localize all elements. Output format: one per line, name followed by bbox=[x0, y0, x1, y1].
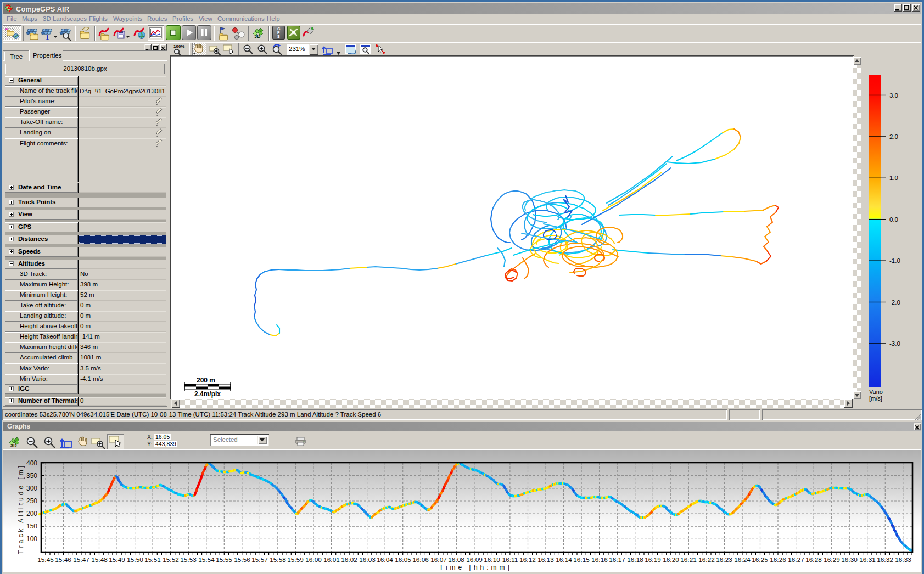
svg-text:16:29: 16:29 bbox=[824, 556, 840, 564]
svg-text:150: 150 bbox=[26, 522, 37, 530]
svg-text:-3.0: -3.0 bbox=[889, 340, 900, 347]
svg-text:15:57: 15:57 bbox=[251, 556, 268, 564]
svg-text:0.0: 0.0 bbox=[889, 216, 898, 223]
svg-text:15:58: 15:58 bbox=[270, 556, 286, 564]
svg-text:16:08: 16:08 bbox=[448, 556, 464, 564]
svg-text:16:19: 16:19 bbox=[645, 556, 661, 564]
svg-text:15:45: 15:45 bbox=[37, 556, 54, 564]
svg-text:200: 200 bbox=[26, 510, 37, 517]
svg-text:15:50: 15:50 bbox=[127, 556, 143, 564]
svg-text:400: 400 bbox=[26, 459, 37, 467]
svg-text:16:33: 16:33 bbox=[895, 556, 911, 564]
svg-text:16:11: 16:11 bbox=[502, 556, 518, 564]
svg-text:16:00: 16:00 bbox=[305, 556, 322, 564]
svg-text:100: 100 bbox=[26, 535, 37, 543]
svg-text:350: 350 bbox=[26, 472, 37, 480]
svg-text:2.4m/pix: 2.4m/pix bbox=[194, 390, 221, 398]
svg-text:16:18: 16:18 bbox=[627, 556, 643, 564]
svg-text:16:07: 16:07 bbox=[430, 556, 447, 564]
svg-text:16:12: 16:12 bbox=[519, 556, 536, 564]
svg-text:Time [hh:mm]: Time [hh:mm] bbox=[439, 564, 512, 571]
svg-text:15:59: 15:59 bbox=[287, 556, 304, 564]
svg-text:16:20: 16:20 bbox=[663, 556, 679, 564]
svg-text:15:47: 15:47 bbox=[73, 556, 89, 564]
svg-text:16:01: 16:01 bbox=[323, 556, 340, 564]
svg-text:3D: 3D bbox=[254, 33, 261, 38]
svg-text:16:26: 16:26 bbox=[770, 556, 786, 564]
svg-text:16:27: 16:27 bbox=[788, 556, 804, 564]
svg-text:15:55: 15:55 bbox=[216, 556, 232, 564]
svg-text:16:17: 16:17 bbox=[609, 556, 625, 564]
svg-text:16:32: 16:32 bbox=[877, 556, 893, 564]
svg-text:15:49: 15:49 bbox=[109, 556, 125, 564]
svg-text:16:04: 16:04 bbox=[377, 556, 393, 564]
svg-text:100%: 100% bbox=[173, 44, 184, 49]
svg-text:15:53: 15:53 bbox=[180, 556, 197, 564]
svg-text:3D: 3D bbox=[10, 443, 17, 448]
svg-text:16:03: 16:03 bbox=[359, 556, 376, 564]
svg-text:16:13: 16:13 bbox=[537, 556, 554, 564]
svg-text:-1.0: -1.0 bbox=[889, 257, 900, 264]
svg-text:15:52: 15:52 bbox=[163, 556, 179, 564]
svg-text:1.0: 1.0 bbox=[889, 175, 898, 181]
svg-text:250: 250 bbox=[26, 497, 37, 505]
svg-text:16:22: 16:22 bbox=[698, 556, 715, 564]
svg-text:15:48: 15:48 bbox=[91, 556, 108, 564]
svg-text:15:51: 15:51 bbox=[144, 556, 161, 564]
svg-text:16:28: 16:28 bbox=[805, 556, 822, 564]
svg-text:15:46: 15:46 bbox=[55, 556, 71, 564]
svg-text:16:10: 16:10 bbox=[484, 556, 500, 564]
svg-text:16:30: 16:30 bbox=[841, 556, 858, 564]
svg-text:2.0: 2.0 bbox=[889, 133, 898, 140]
svg-text:200 m: 200 m bbox=[197, 376, 215, 384]
svg-text:16:09: 16:09 bbox=[466, 556, 483, 564]
svg-text:16:15: 16:15 bbox=[573, 556, 590, 564]
svg-text:16:16: 16:16 bbox=[591, 556, 608, 564]
svg-text:16:21: 16:21 bbox=[680, 556, 697, 564]
svg-text:300: 300 bbox=[26, 485, 37, 492]
svg-text:16:25: 16:25 bbox=[752, 556, 768, 564]
svg-text:16:23: 16:23 bbox=[716, 556, 732, 564]
svg-text:16:05: 16:05 bbox=[395, 556, 411, 564]
svg-text:1: 1 bbox=[46, 33, 49, 41]
svg-text:15:54: 15:54 bbox=[198, 556, 215, 564]
svg-text:15:56: 15:56 bbox=[234, 556, 250, 564]
svg-text:16:31: 16:31 bbox=[859, 556, 876, 564]
svg-text:16:02: 16:02 bbox=[341, 556, 357, 564]
svg-text:-2.0: -2.0 bbox=[889, 299, 900, 306]
svg-text:16:14: 16:14 bbox=[556, 556, 572, 564]
svg-text:16:24: 16:24 bbox=[734, 556, 751, 564]
svg-text:16:06: 16:06 bbox=[412, 556, 429, 564]
svg-text:3.0: 3.0 bbox=[889, 92, 898, 99]
